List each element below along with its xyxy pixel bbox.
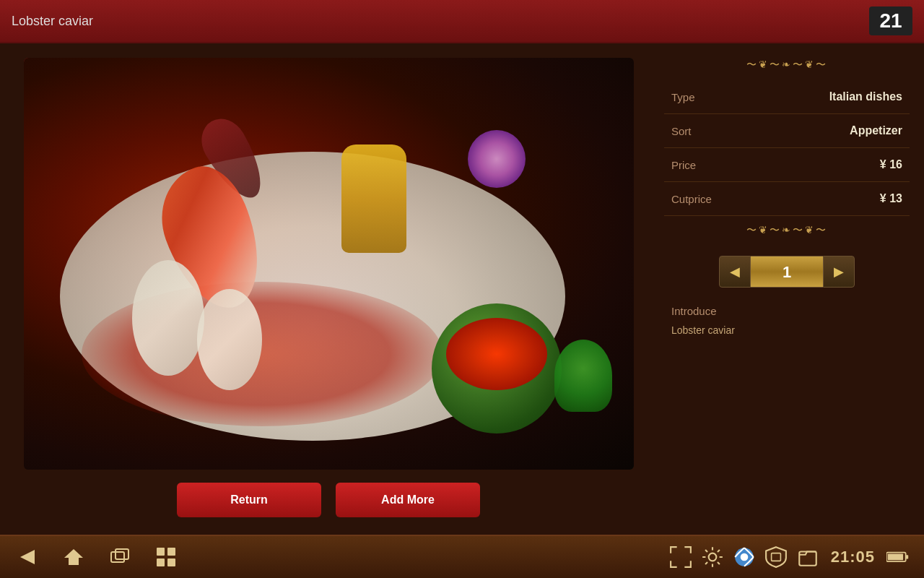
home-icon[interactable]	[61, 544, 87, 570]
svg-point-12	[740, 553, 748, 561]
grid-icon[interactable]	[153, 544, 179, 570]
header: Lobster caviar 21	[0, 0, 924, 43]
sort-row: Sort Appetizer	[664, 114, 910, 148]
fullscreen-icon[interactable]	[669, 545, 692, 569]
ornament-bottom: 〜❦〜❧〜❦〜	[664, 220, 910, 241]
main-content: Return Add More 〜❦〜❧〜❦〜 Type Italian dis…	[0, 43, 924, 535]
windows-icon[interactable]	[107, 544, 133, 570]
introduce-section: Introduce Lobster caviar	[664, 298, 910, 345]
dish-image	[24, 58, 634, 470]
svg-rect-8	[157, 558, 165, 566]
info-panel: 〜❦〜❧〜❦〜 Type Italian dishes Sort Appetiz…	[657, 43, 924, 535]
sort-label: Sort	[671, 125, 692, 137]
browser-icon[interactable]	[733, 545, 756, 569]
taskbar-right: 21:05	[669, 545, 910, 569]
type-label: Type	[671, 91, 695, 103]
shield-icon[interactable]	[764, 545, 788, 569]
back-icon[interactable]	[14, 544, 40, 570]
type-value: Italian dishes	[829, 90, 902, 103]
svg-marker-2	[20, 550, 35, 564]
price-value: ¥ 16	[880, 158, 902, 171]
quantity-decrease-button[interactable]: ◀	[719, 256, 751, 288]
quantity-increase-button[interactable]: ▶	[823, 256, 855, 288]
cutprice-row: Cutprice ¥ 13	[664, 182, 910, 216]
image-panel: Return Add More	[0, 43, 657, 535]
svg-rect-17	[906, 555, 909, 558]
svg-text:〜❦〜❧〜❦〜: 〜❦〜❧〜❦〜	[746, 224, 828, 236]
header-title: Lobster caviar	[12, 14, 93, 29]
header-number: 21	[869, 7, 912, 35]
settings-icon[interactable]	[701, 545, 724, 569]
svg-marker-3	[64, 549, 83, 565]
files-icon[interactable]	[796, 545, 819, 569]
type-row: Type Italian dishes	[664, 80, 910, 114]
taskbar-right-icons	[669, 545, 819, 569]
cutprice-value: ¥ 13	[880, 192, 902, 205]
taskbar: 21:05	[0, 535, 924, 578]
return-button[interactable]: Return	[177, 483, 321, 517]
introduce-label: Introduce	[671, 305, 902, 317]
svg-rect-4	[111, 552, 124, 562]
buttons-row: Return Add More	[177, 483, 480, 517]
svg-rect-13	[771, 553, 780, 561]
svg-rect-9	[167, 558, 175, 566]
svg-rect-7	[167, 548, 175, 556]
quantity-value: 1	[751, 256, 823, 288]
svg-rect-5	[116, 549, 128, 559]
svg-rect-16	[888, 554, 903, 561]
svg-text:〜❦〜❧〜❦〜: 〜❦〜❧〜❦〜	[746, 59, 828, 70]
price-row: Price ¥ 16	[664, 148, 910, 182]
sort-value: Appetizer	[850, 124, 902, 137]
ornament-top: 〜❦〜❧〜❦〜	[664, 55, 910, 76]
taskbar-time: 21:05	[831, 548, 875, 566]
svg-point-10	[708, 553, 716, 561]
add-more-button[interactable]: Add More	[336, 483, 480, 517]
quantity-row: ◀ 1 ▶	[664, 256, 910, 288]
battery-icon	[886, 545, 910, 569]
price-label: Price	[671, 159, 696, 171]
taskbar-left-icons	[14, 544, 179, 570]
cutprice-label: Cutprice	[671, 193, 712, 205]
svg-rect-6	[157, 548, 165, 556]
introduce-text: Lobster caviar	[671, 323, 902, 338]
svg-rect-14	[799, 552, 816, 566]
